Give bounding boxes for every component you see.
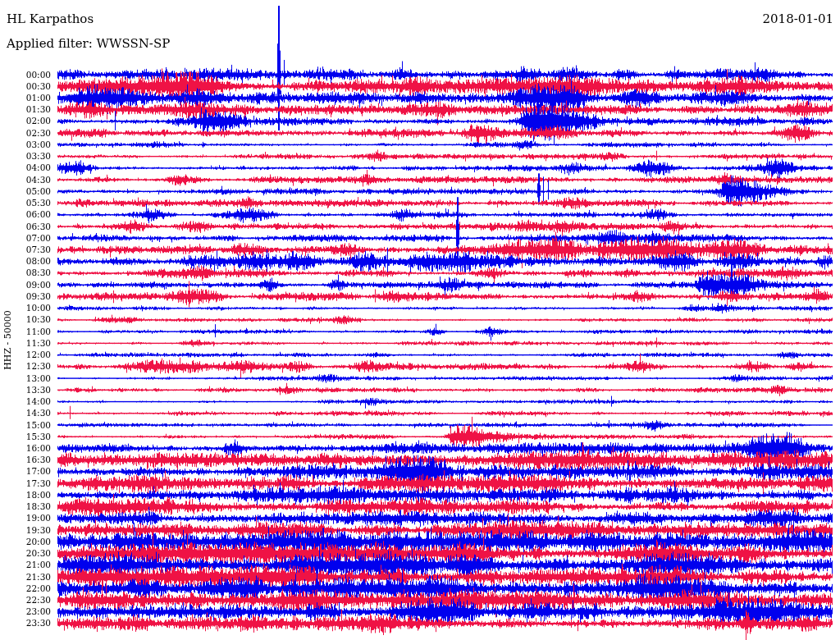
time-label: 00:30 (0, 82, 51, 91)
time-label: 23:30 (0, 619, 51, 628)
time-label: 19:00 (0, 514, 51, 523)
time-label: 06:30 (0, 222, 51, 231)
time-label: 01:00 (0, 94, 51, 103)
time-label: 06:00 (0, 210, 51, 219)
time-label: 15:30 (0, 432, 51, 441)
time-label: 18:30 (0, 502, 51, 511)
station-title: HL Karpathos (7, 11, 94, 26)
time-label: 02:30 (0, 129, 51, 138)
time-label: 11:30 (0, 339, 51, 348)
time-label: 01:30 (0, 105, 51, 114)
time-label: 09:00 (0, 281, 51, 290)
time-label: 09:30 (0, 292, 51, 301)
time-label: 05:00 (0, 187, 51, 196)
time-label: 03:30 (0, 152, 51, 161)
applied-filter-label: Applied filter: WWSSN-SP (7, 36, 170, 51)
time-label: 20:30 (0, 549, 51, 558)
time-label: 16:00 (0, 444, 51, 453)
time-label: 16:30 (0, 455, 51, 464)
time-label: 07:00 (0, 234, 51, 243)
time-label: 08:00 (0, 257, 51, 266)
helicorder-page: HL Karpathos Applied filter: WWSSN-SP 20… (0, 0, 840, 640)
time-label: 17:00 (0, 467, 51, 476)
time-label: 07:30 (0, 245, 51, 254)
time-label: 11:00 (0, 327, 51, 336)
time-label: 12:00 (0, 350, 51, 359)
time-label: 14:30 (0, 409, 51, 418)
time-label: 04:00 (0, 163, 51, 172)
date-label: 2018-01-01 (763, 11, 833, 26)
time-label: 20:00 (0, 537, 51, 546)
time-label: 21:00 (0, 560, 51, 569)
time-label: 03:00 (0, 140, 51, 149)
time-label: 22:30 (0, 596, 51, 605)
time-label: 10:30 (0, 315, 51, 324)
time-label: 14:00 (0, 397, 51, 406)
time-label: 18:00 (0, 491, 51, 500)
time-label: 04:30 (0, 176, 51, 185)
time-label: 08:30 (0, 268, 51, 277)
time-label: 02:00 (0, 117, 51, 126)
time-label: 05:30 (0, 199, 51, 208)
time-label: 13:00 (0, 374, 51, 383)
time-label: 21:30 (0, 573, 51, 582)
time-label: 19:30 (0, 526, 51, 535)
time-label: 17:30 (0, 479, 51, 488)
time-label: 10:00 (0, 304, 51, 313)
time-label: 13:30 (0, 386, 51, 395)
time-label: 23:00 (0, 607, 51, 616)
time-label: 00:00 (0, 71, 51, 80)
time-label: 12:30 (0, 362, 51, 371)
seismogram-traces-canvas (0, 0, 840, 640)
time-label: 15:00 (0, 421, 51, 430)
time-label: 22:00 (0, 584, 51, 593)
